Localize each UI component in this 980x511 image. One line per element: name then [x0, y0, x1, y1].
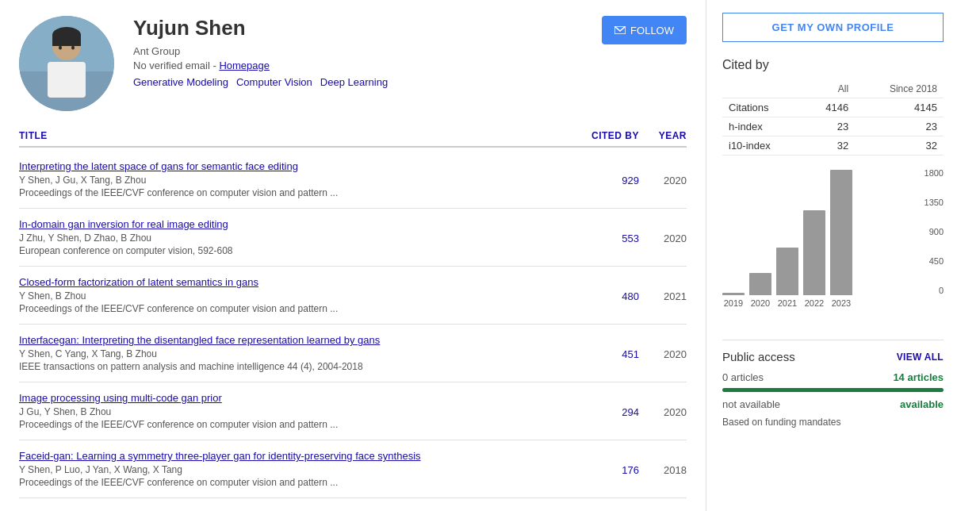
- stat-since: 4145: [855, 98, 944, 117]
- chart-labels: 20192020202120222023: [722, 298, 912, 308]
- paper-meta-row: Y Shen, C Yang, X Tang, B Zhou IEEE tran…: [19, 348, 687, 372]
- paper-authors: J Gu, Y Shen, B Zhou: [19, 406, 560, 417]
- chart-y-labels: 180013509004500: [924, 168, 944, 295]
- svg-rect-5: [52, 35, 81, 46]
- paper-title[interactable]: Closed-form factorization of latent sema…: [19, 276, 687, 288]
- profile-email: No verified email - Homepage: [133, 60, 602, 71]
- paper-authors: J Zhu, Y Shen, D Zhao, B Zhou: [19, 232, 560, 244]
- svg-point-7: [71, 46, 75, 50]
- chart-bar: [776, 248, 798, 295]
- chart-year-label: 2020: [749, 298, 771, 308]
- paper-authors: Y Shen, P Luo, J Yan, X Wang, X Tang: [19, 464, 560, 475]
- paper-cited[interactable]: 294: [560, 406, 639, 418]
- tag-generative-modeling[interactable]: Generative Modeling: [133, 76, 228, 88]
- paper-year: 2020: [639, 175, 687, 186]
- paper-meta-row: Y Shen, J Gu, X Tang, B Zhou Proceedings…: [19, 175, 687, 198]
- chart-bar: [830, 170, 852, 295]
- paper-venue: Proceedings of the IEEE/CVF conference o…: [19, 477, 560, 488]
- paper-title[interactable]: Interfacegan: Interpreting the disentang…: [19, 334, 687, 346]
- stats-table: All Since 2018 Citations 4146 4145 h-ind…: [722, 80, 944, 156]
- chart-year-label: 2019: [722, 298, 745, 308]
- public-access-section: Public access VIEW ALL 0 articles 14 art…: [722, 340, 944, 428]
- stat-all: 23: [802, 117, 855, 136]
- svg-rect-3: [48, 62, 86, 98]
- paper-year: 2018: [639, 464, 687, 476]
- paper-meta: J Gu, Y Shen, B Zhou Proceedings of the …: [19, 406, 560, 430]
- chart-y-label: 1350: [924, 198, 944, 207]
- paper-meta-row: J Zhu, Y Shen, D Zhao, B Zhou European c…: [19, 232, 687, 256]
- paper-meta: Y Shen, B Zhou Proceedings of the IEEE/C…: [19, 290, 560, 314]
- envelope-icon: [614, 26, 626, 34]
- chart-bar: [749, 273, 771, 295]
- chart-bars: [722, 168, 912, 295]
- paper-venue: Proceedings of the IEEE/CVF conference o…: [19, 303, 560, 314]
- follow-button[interactable]: FOLLOW: [602, 16, 687, 44]
- profile-name: Yujun Shen: [133, 16, 602, 40]
- profile-tags: Generative Modeling Computer Vision Deep…: [133, 76, 602, 88]
- title-col-header: TITLE: [19, 130, 560, 141]
- stat-label: i10-index: [722, 136, 802, 156]
- access-bar-container: [722, 388, 944, 392]
- profile-org: Ant Group: [133, 45, 602, 57]
- access-not-available-status: not available: [722, 398, 780, 410]
- stat-all: 32: [802, 136, 855, 156]
- chart-container: 20192020202120222023 180013509004500: [722, 168, 944, 327]
- paper-title[interactable]: Interpreting the latent space of gans fo…: [19, 160, 687, 172]
- paper-authors: Y Shen, B Zhou: [19, 290, 560, 302]
- chart-year-label: 2022: [803, 298, 825, 308]
- access-note: Based on funding mandates: [722, 417, 944, 428]
- paper-title[interactable]: Faceid-gan: Learning a symmetry three-pl…: [19, 450, 687, 462]
- access-status-row: not available available: [722, 398, 944, 410]
- paper-venue: Proceedings of the IEEE/CVF conference o…: [19, 419, 560, 430]
- paper-meta: Y Shen, J Gu, X Tang, B Zhou Proceedings…: [19, 175, 560, 198]
- paper-cited[interactable]: 451: [560, 348, 639, 360]
- chart-year-label: 2023: [830, 298, 852, 308]
- papers-list: Interpreting the latent space of gans fo…: [19, 151, 687, 498]
- tag-computer-vision[interactable]: Computer Vision: [236, 76, 312, 88]
- papers-header: TITLE CITED BY YEAR: [19, 130, 687, 148]
- paper-cited[interactable]: 553: [560, 232, 639, 244]
- table-row: Image processing using multi-code gan pr…: [19, 382, 687, 440]
- paper-cited[interactable]: 176: [560, 464, 639, 476]
- public-access-title: Public access: [722, 350, 795, 363]
- paper-title[interactable]: Image processing using multi-code gan pr…: [19, 392, 687, 404]
- profile-section: Yujun Shen Ant Group No verified email -…: [19, 16, 687, 111]
- paper-cited[interactable]: 929: [560, 175, 639, 186]
- chart-y-label: 0: [924, 286, 944, 295]
- homepage-link[interactable]: Homepage: [219, 60, 270, 71]
- paper-venue: Proceedings of the IEEE/CVF conference o…: [19, 187, 560, 198]
- paper-authors: Y Shen, C Yang, X Tang, B Zhou: [19, 348, 560, 359]
- chart-bars-area: 20192020202120222023: [722, 168, 912, 308]
- chart-area: 20192020202120222023 180013509004500: [722, 168, 944, 308]
- cited-col-header: CITED BY: [560, 130, 639, 141]
- chart-year-label: 2021: [776, 298, 798, 308]
- paper-meta-row: Y Shen, B Zhou Proceedings of the IEEE/C…: [19, 290, 687, 314]
- access-bar-fill: [722, 388, 944, 392]
- chart-y-label: 900: [924, 227, 944, 236]
- get-profile-button[interactable]: GET MY OWN PROFILE: [722, 13, 944, 42]
- paper-year: 2020: [639, 232, 687, 244]
- paper-meta-row: J Gu, Y Shen, B Zhou Proceedings of the …: [19, 406, 687, 430]
- chart-bar: [722, 293, 745, 295]
- table-row: Closed-form factorization of latent sema…: [19, 267, 687, 325]
- stat-since: 32: [855, 136, 944, 156]
- public-access-header: Public access VIEW ALL: [722, 350, 944, 363]
- stats-all-header: All: [802, 80, 855, 98]
- sidebar: GET MY OWN PROFILE Cited by All Since 20…: [706, 0, 959, 511]
- chart-y-label: 1800: [924, 168, 944, 178]
- stats-since-header: Since 2018: [855, 80, 944, 98]
- paper-year: 2020: [639, 348, 687, 360]
- stat-label: h-index: [722, 117, 802, 136]
- paper-authors: Y Shen, J Gu, X Tang, B Zhou: [19, 175, 560, 186]
- paper-venue: European conference on computer vision, …: [19, 245, 560, 256]
- paper-meta: J Zhu, Y Shen, D Zhao, B Zhou European c…: [19, 232, 560, 256]
- table-row: Faceid-gan: Learning a symmetry three-pl…: [19, 440, 687, 498]
- papers-section: TITLE CITED BY YEAR Interpreting the lat…: [19, 130, 687, 498]
- cited-by-title: Cited by: [722, 58, 944, 72]
- year-col-header: YEAR: [639, 130, 687, 141]
- tag-deep-learning[interactable]: Deep Learning: [320, 76, 388, 88]
- view-all-link[interactable]: VIEW ALL: [897, 352, 944, 363]
- paper-title[interactable]: In-domain gan inversion for real image e…: [19, 218, 687, 230]
- paper-cited[interactable]: 480: [560, 290, 639, 302]
- stat-all: 4146: [802, 98, 855, 117]
